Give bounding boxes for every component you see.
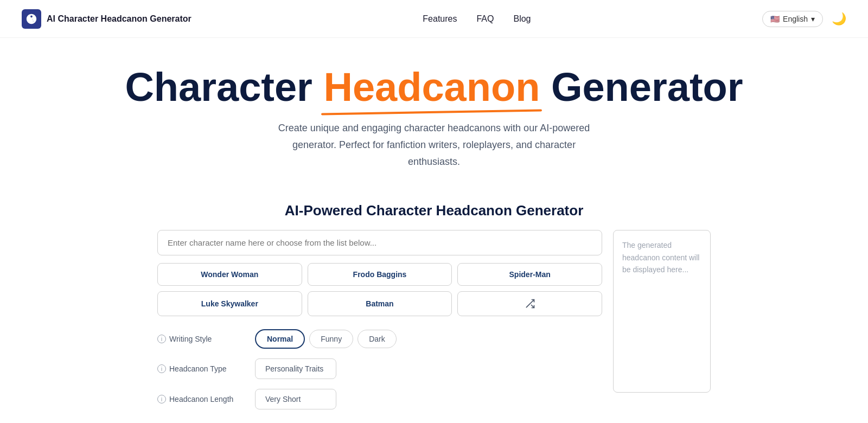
char-wonder-woman[interactable]: Wonder Woman	[157, 263, 302, 286]
brand-text: AI Character Headcanon Generator	[47, 14, 192, 24]
character-search-input[interactable]	[157, 230, 602, 255]
output-placeholder-text: The generated headcanon content will be …	[622, 239, 701, 275]
navbar: AI Character Headcanon Generator Feature…	[0, 0, 868, 38]
chevron-down-icon: ▾	[811, 15, 815, 23]
char-batman[interactable]: Batman	[308, 291, 452, 316]
headcanon-length-dropdown[interactable]: Very Short	[255, 389, 336, 409]
logo	[22, 9, 41, 29]
writing-style-label-group: i Writing Style	[157, 335, 255, 343]
headcanon-type-info-icon[interactable]: i	[157, 364, 166, 373]
generator-title: AI-Powered Character Headcanon Generator	[157, 202, 711, 219]
brand: AI Character Headcanon Generator	[22, 9, 192, 29]
character-buttons: Wonder Woman Frodo Baggins Spider-Man Lu…	[157, 263, 602, 316]
headcanon-type-dropdown[interactable]: Personality Traits	[255, 358, 336, 379]
output-panel: The generated headcanon content will be …	[613, 230, 711, 393]
headcanon-type-row: i Headcanon Type Personality Traits	[157, 358, 602, 379]
hero-subtitle: Create unique and engaging character hea…	[271, 120, 597, 170]
generator-left: Wonder Woman Frodo Baggins Spider-Man Lu…	[157, 230, 602, 419]
dark-mode-icon[interactable]: 🌙	[832, 12, 846, 26]
char-luke[interactable]: Luke Skywalker	[157, 291, 302, 316]
nav-faq[interactable]: FAQ	[476, 14, 494, 24]
writing-style-label: Writing Style	[169, 335, 212, 343]
char-frodo[interactable]: Frodo Baggins	[308, 263, 452, 286]
language-label: English	[783, 15, 808, 23]
hero-title: Character Headcanon Generator	[11, 65, 857, 109]
style-normal[interactable]: Normal	[255, 329, 305, 349]
generator-layout: Wonder Woman Frodo Baggins Spider-Man Lu…	[157, 230, 711, 419]
style-dark[interactable]: Dark	[358, 330, 397, 348]
writing-style-info-icon[interactable]: i	[157, 335, 166, 343]
headcanon-length-label-group: i Headcanon Length	[157, 395, 255, 403]
shuffle-icon	[525, 298, 535, 309]
hero-title-part1: Character	[125, 65, 323, 110]
headcanon-length-controls: Very Short	[255, 389, 336, 409]
hero-title-part2: Generator	[540, 65, 743, 110]
shuffle-button[interactable]	[457, 291, 602, 316]
logo-icon	[25, 13, 37, 25]
nav-right: 🇺🇸 English ▾ 🌙	[762, 11, 846, 27]
generator-section: AI-Powered Character Headcanon Generator…	[136, 202, 732, 419]
nav-features[interactable]: Features	[423, 14, 457, 24]
hero-title-highlight: Headcanon	[323, 65, 540, 109]
nav-links: Features FAQ Blog	[423, 14, 531, 24]
writing-style-controls: Normal Funny Dark	[255, 329, 397, 349]
nav-blog[interactable]: Blog	[513, 14, 531, 24]
headcanon-length-label: Headcanon Length	[169, 395, 233, 403]
flag-icon: 🇺🇸	[770, 15, 780, 23]
writing-style-row: i Writing Style Normal Funny Dark	[157, 329, 602, 349]
headcanon-type-label: Headcanon Type	[169, 364, 227, 373]
headcanon-type-label-group: i Headcanon Type	[157, 364, 255, 373]
language-selector[interactable]: 🇺🇸 English ▾	[762, 11, 823, 27]
hero-section: Character Headcanon Generator Create uni…	[0, 38, 868, 186]
headcanon-type-controls: Personality Traits	[255, 358, 336, 379]
char-spiderman[interactable]: Spider-Man	[457, 263, 602, 286]
style-funny[interactable]: Funny	[309, 330, 353, 348]
headcanon-length-info-icon[interactable]: i	[157, 395, 166, 403]
headcanon-length-row: i Headcanon Length Very Short	[157, 389, 602, 409]
